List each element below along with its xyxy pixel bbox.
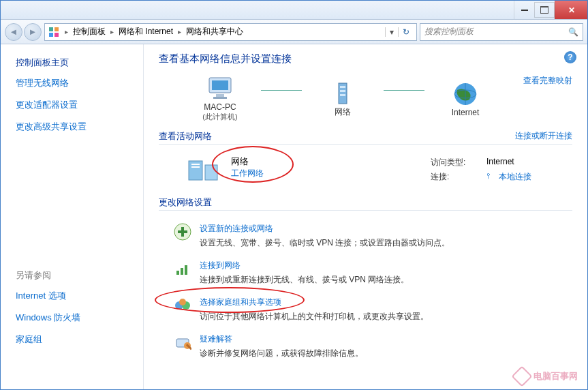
address-bar[interactable]: ▸ 控制面板 ▸ 网络和 Internet ▸ 网络和共享中心 ▾ ↻ — [44, 23, 417, 41]
svg-rect-11 — [340, 94, 345, 96]
network-tower-icon — [326, 79, 359, 106]
map-connection-line — [384, 90, 424, 91]
connect-network-link[interactable]: 连接到网络 — [200, 260, 409, 271]
svg-rect-2 — [49, 33, 53, 37]
globe-icon — [449, 80, 482, 108]
sidebar: 控制面板主页 管理无线网络 更改适配器设置 更改高级共享设置 另请参阅 Inte… — [1, 44, 144, 389]
watermark-badge-icon — [511, 365, 532, 387]
maximize-button[interactable] — [534, 2, 555, 18]
sidebar-link-adapter[interactable]: 更改适配器设置 — [16, 99, 136, 111]
network-map: 查看完整映射 MAC-PC (此计算机) 网络 — [159, 75, 572, 122]
svg-rect-0 — [49, 27, 53, 31]
sidebar-also-heading: 另请参阅 — [16, 269, 136, 282]
search-icon[interactable]: 🔍 — [568, 27, 578, 37]
connection-signal-icon: ⫯ — [486, 171, 491, 183]
map-node-label: Internet — [452, 108, 480, 117]
map-node-sublabel: (此计算机) — [202, 112, 237, 122]
navbar: ◄ ► ▸ 控制面板 ▸ 网络和 Internet ▸ 网络和共享中心 ▾ ↻ … — [1, 20, 587, 44]
search-placeholder: 搜索控制面板 — [424, 26, 568, 38]
sidebar-link-firewall[interactable]: Windows 防火墙 — [16, 312, 136, 324]
network-icon — [186, 155, 221, 185]
titlebar — [1, 1, 587, 20]
chevron-right-icon: ▸ — [63, 28, 70, 35]
access-type-value: Internet — [486, 157, 514, 168]
active-networks-heading: 查看活动网络 连接或断开连接 — [159, 130, 572, 145]
svg-rect-16 — [205, 165, 217, 180]
connect-network-item: 连接到网络 连接到或重新连接到无线、有线、拨号或 VPN 网络连接。 — [159, 254, 572, 291]
back-button[interactable]: ◄ — [5, 23, 22, 41]
svg-rect-9 — [340, 86, 345, 88]
chevron-right-icon: ▸ — [108, 28, 116, 35]
setup-connection-link[interactable]: 设置新的连接或网络 — [200, 223, 450, 235]
refresh-icon[interactable]: ↻ — [398, 27, 414, 37]
troubleshoot-desc: 诊断并修复网络问题，或获得故障排除信息。 — [200, 348, 363, 359]
svg-rect-7 — [213, 97, 227, 99]
network-name: 网络 — [231, 155, 264, 168]
window-frame: ◄ ► ▸ 控制面板 ▸ 网络和 Internet ▸ 网络和共享中心 ▾ ↻ … — [0, 0, 588, 390]
svg-rect-22 — [176, 271, 179, 275]
map-node-label: 网络 — [335, 106, 351, 118]
watermark: 电脑百事网 — [514, 369, 578, 384]
connect-network-icon — [174, 260, 191, 278]
troubleshoot-link[interactable]: 疑难解答 — [200, 333, 363, 345]
sidebar-link-internet-options[interactable]: Internet 选项 — [16, 290, 136, 302]
svg-rect-17 — [191, 164, 200, 165]
map-node-label: MAC-PC — [204, 102, 236, 112]
svg-point-27 — [179, 299, 186, 305]
svg-rect-1 — [55, 27, 59, 31]
sidebar-heading: 控制面板主页 — [16, 57, 136, 69]
breadcrumb-item[interactable]: 网络和 Internet — [116, 26, 176, 38]
svg-rect-18 — [191, 166, 200, 168]
sidebar-link-homegroup[interactable]: 家庭组 — [16, 333, 136, 346]
setup-connection-desc: 设置无线、宽带、拨号、临时或 VPN 连接；或设置路由器或访问点。 — [200, 237, 450, 249]
connect-disconnect-link[interactable]: 连接或断开连接 — [515, 130, 572, 142]
setup-connection-icon — [174, 223, 191, 241]
troubleshoot-icon — [174, 333, 191, 351]
close-button[interactable] — [555, 1, 587, 19]
active-network-row: 网络 工作网络 访问类型: Internet 连接: ⫯ 本地连接 — [159, 151, 572, 188]
minimize-button[interactable] — [514, 1, 534, 19]
forward-button[interactable]: ► — [24, 23, 42, 41]
help-icon[interactable]: ? — [564, 51, 576, 63]
map-connection-line — [261, 90, 302, 91]
access-type-label: 访问类型: — [431, 157, 478, 168]
sidebar-link-sharing[interactable]: 更改高级共享设置 — [16, 121, 136, 133]
sidebar-link-wireless[interactable]: 管理无线网络 — [16, 77, 136, 89]
control-panel-icon — [48, 26, 60, 38]
svg-rect-3 — [55, 33, 59, 37]
breadcrumb-item[interactable]: 控制面板 — [70, 26, 108, 38]
svg-rect-5 — [212, 80, 228, 90]
computer-icon — [204, 75, 236, 102]
troubleshoot-item: 疑难解答 诊断并修复网络问题，或获得故障排除信息。 — [159, 328, 572, 365]
search-input[interactable]: 搜索控制面板 🔍 — [420, 23, 583, 41]
full-map-link[interactable]: 查看完整映射 — [523, 75, 572, 87]
address-dropdown-icon[interactable]: ▾ — [385, 27, 398, 37]
connection-link[interactable]: 本地连接 — [499, 171, 531, 183]
svg-rect-21 — [178, 230, 187, 233]
change-settings-heading: 更改网络设置 — [159, 196, 572, 211]
homegroup-link[interactable]: 选择家庭组和共享选项 — [200, 297, 429, 308]
network-type-link[interactable]: 工作网络 — [231, 168, 264, 179]
chevron-right-icon: ▸ — [176, 28, 183, 35]
homegroup-desc: 访问位于其他网络计算机上的文件和打印机，或更改共享设置。 — [200, 311, 429, 322]
page-title: 查看基本网络信息并设置连接 — [159, 52, 572, 65]
breadcrumb-item[interactable]: 网络和共享中心 — [183, 26, 246, 38]
svg-rect-23 — [181, 268, 183, 275]
homegroup-icon — [174, 297, 191, 314]
svg-rect-10 — [340, 90, 345, 92]
setup-connection-item: 设置新的连接或网络 设置无线、宽带、拨号、临时或 VPN 连接；或设置路由器或访… — [159, 217, 572, 254]
content-pane: ? 查看基本网络信息并设置连接 查看完整映射 MAC-PC (此计算机) 网络 — [144, 44, 587, 389]
svg-rect-24 — [185, 265, 187, 275]
connection-label: 连接: — [431, 171, 478, 183]
connect-network-desc: 连接到或重新连接到无线、有线、拨号或 VPN 网络连接。 — [200, 274, 409, 286]
homegroup-item: 选择家庭组和共享选项 访问位于其他网络计算机上的文件和打印机，或更改共享设置。 — [159, 291, 572, 328]
svg-rect-6 — [216, 94, 224, 97]
